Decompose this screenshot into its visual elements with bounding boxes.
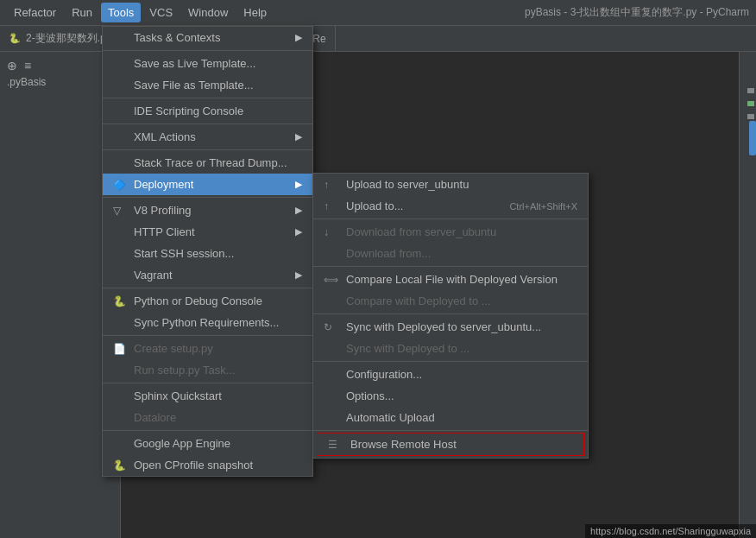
options-label: Options... xyxy=(346,389,394,402)
create-setup-label: Create setup.py xyxy=(134,342,213,355)
tools-menu: Tasks & Contexts ▶ Save as Live Template… xyxy=(102,26,313,477)
sub-download-server: ↓ Download from server_ubuntu xyxy=(313,221,588,243)
sub-options[interactable]: Options... xyxy=(313,385,588,407)
save-live-label: Save as Live Template... xyxy=(134,57,255,70)
tab-label-3: Re xyxy=(312,33,325,45)
menu-item-cprofile[interactable]: 🐍 Open CProfile snapshot xyxy=(103,454,312,476)
divider-5 xyxy=(103,197,312,198)
menu-item-save-live[interactable]: Save as Live Template... xyxy=(103,53,312,74)
sync-server-icon: ↻ xyxy=(324,321,341,333)
cprofile-label: Open CProfile snapshot xyxy=(134,459,253,472)
auto-upload-label: Automatic Upload xyxy=(346,411,435,424)
vagrant-arrow: ▶ xyxy=(295,269,302,281)
compare-deployed-label: Compare with Deployed to ... xyxy=(346,294,491,307)
project-label: .pyBasis xyxy=(7,76,46,88)
menu-bar: Refactor Run Tools VCS Window Help pyBas… xyxy=(0,0,756,26)
sub-auto-upload[interactable]: Automatic Upload xyxy=(313,407,588,428)
divider-4 xyxy=(103,149,312,150)
menu-help[interactable]: Help xyxy=(236,3,274,22)
divider-7 xyxy=(103,335,312,336)
menu-item-ssh[interactable]: Start SSH session... xyxy=(103,243,312,264)
ssh-label: Start SSH session... xyxy=(134,247,234,260)
tasks-arrow: ▶ xyxy=(295,32,302,43)
datalore-label: Datalore xyxy=(134,411,176,424)
sub-browse-remote[interactable]: ☰ Browse Remote Host xyxy=(318,434,583,455)
sub-compare-local[interactable]: ⟺ Compare Local File with Deployed Versi… xyxy=(313,269,588,290)
ide-label: IDE Scripting Console xyxy=(134,104,243,117)
download-server-label: Download from server_ubuntu xyxy=(346,225,496,238)
scroll-indicator[interactable] xyxy=(749,121,756,155)
menu-item-http[interactable]: HTTP Client ▶ xyxy=(103,221,312,243)
vagrant-label: Vagrant xyxy=(134,269,173,282)
sync-python-label: Sync Python Requirements... xyxy=(134,316,279,329)
save-file-label: Save File as Template... xyxy=(134,79,254,92)
sub-download-from: Download from... xyxy=(313,243,588,264)
config-label: Configuration... xyxy=(346,368,422,381)
upload-server-label: Upload to server_ubuntu xyxy=(346,178,469,191)
http-label: HTTP Client xyxy=(134,225,195,238)
menu-item-save-file[interactable]: Save File as Template... xyxy=(103,74,312,96)
menu-tools[interactable]: Tools xyxy=(101,3,141,22)
menu-item-tasks[interactable]: Tasks & Contexts ▶ xyxy=(103,27,312,48)
divider-6 xyxy=(103,288,312,288)
sub-upload-to[interactable]: ↑ Upload to... Ctrl+Alt+Shift+X xyxy=(313,195,588,217)
menu-vcs[interactable]: VCS xyxy=(142,3,180,22)
menu-item-ide-scripting[interactable]: IDE Scripting Console xyxy=(103,100,312,122)
deployment-icon: 🔷 xyxy=(113,179,129,191)
menu-item-stack[interactable]: Stack Trace or Thread Dump... xyxy=(103,152,312,174)
http-arrow: ▶ xyxy=(295,226,302,237)
sub-compare-deployed: Compare with Deployed to ... xyxy=(313,290,588,312)
menu-item-run-setup: Run setup.py Task... xyxy=(103,359,312,381)
menu-item-xml[interactable]: XML Actions ▶ xyxy=(103,126,312,148)
v8-label: V8 Profiling xyxy=(134,204,191,217)
v8-icon: ▽ xyxy=(113,205,129,217)
sub-upload-server[interactable]: ↑ Upload to server_ubuntu xyxy=(313,174,588,195)
google-label: Google App Engine xyxy=(134,437,230,450)
sub-divider-4 xyxy=(313,361,588,362)
sub-divider-2 xyxy=(313,266,588,267)
menu-refactor[interactable]: Refactor xyxy=(7,3,63,22)
upload-server-icon: ↑ xyxy=(324,179,341,191)
compare-local-icon: ⟺ xyxy=(324,274,341,286)
sub-sync-server[interactable]: ↻ Sync with Deployed to server_ubuntu... xyxy=(313,316,588,338)
xml-label: XML Actions xyxy=(134,130,196,143)
divider-3 xyxy=(103,123,312,124)
divider-1 xyxy=(103,50,312,51)
upload-to-icon: ↑ xyxy=(324,200,341,212)
divider-9 xyxy=(103,430,312,431)
deployment-submenu: ↑ Upload to server_ubuntu ↑ Upload to...… xyxy=(312,173,589,459)
right-scroll-strip xyxy=(739,52,756,538)
menu-window[interactable]: Window xyxy=(181,3,235,22)
tab-label-1: 2-斐波那契数列.py xyxy=(26,31,111,46)
cprofile-icon: 🐍 xyxy=(113,459,129,472)
python-console-label: Python or Debug Console xyxy=(134,294,262,307)
menu-item-datalore: Datalore xyxy=(103,407,312,428)
browse-remote-icon: ☰ xyxy=(328,439,345,451)
sub-sync-deployed: Sync with Deployed to ... xyxy=(313,338,588,359)
menu-item-sphinx[interactable]: Sphinx Quickstart xyxy=(103,385,312,407)
deployment-arrow: ▶ xyxy=(295,179,302,190)
window-title: pyBasis - 3-找出数组中重复的数字.py - PyCharm xyxy=(525,5,749,20)
menu-run[interactable]: Run xyxy=(65,3,99,22)
sync-server-label: Sync with Deployed to server_ubuntu... xyxy=(346,320,541,333)
sub-divider-1 xyxy=(313,218,588,219)
expand-icon[interactable]: ⊕ xyxy=(7,59,17,73)
collapse-icon[interactable]: ≡ xyxy=(24,59,31,73)
v8-arrow: ▶ xyxy=(295,205,302,216)
run-setup-label: Run setup.py Task... xyxy=(134,364,236,377)
compare-local-label: Compare Local File with Deployed Version xyxy=(346,273,558,286)
menu-item-sync-python[interactable]: Sync Python Requirements... xyxy=(103,312,312,333)
menu-item-google-app[interactable]: Google App Engine xyxy=(103,433,312,454)
upload-shortcut: Ctrl+Alt+Shift+X xyxy=(509,201,577,212)
tasks-label: Tasks & Contexts xyxy=(134,31,220,44)
browse-remote-label: Browse Remote Host xyxy=(350,438,457,451)
menu-item-v8[interactable]: ▽ V8 Profiling ▶ xyxy=(103,199,312,221)
browse-remote-wrapper: ☰ Browse Remote Host xyxy=(317,433,584,456)
menu-item-python-console[interactable]: 🐍 Python or Debug Console xyxy=(103,290,312,312)
download-server-icon: ↓ xyxy=(324,226,341,238)
sub-configuration[interactable]: Configuration... xyxy=(313,364,588,385)
menu-item-vagrant[interactable]: Vagrant ▶ xyxy=(103,264,312,286)
divider-2 xyxy=(103,98,312,98)
menu-item-deployment[interactable]: 🔷 Deployment ▶ ↑ Upload to server_ubuntu… xyxy=(103,174,312,195)
create-setup-icon: 📄 xyxy=(113,343,129,355)
